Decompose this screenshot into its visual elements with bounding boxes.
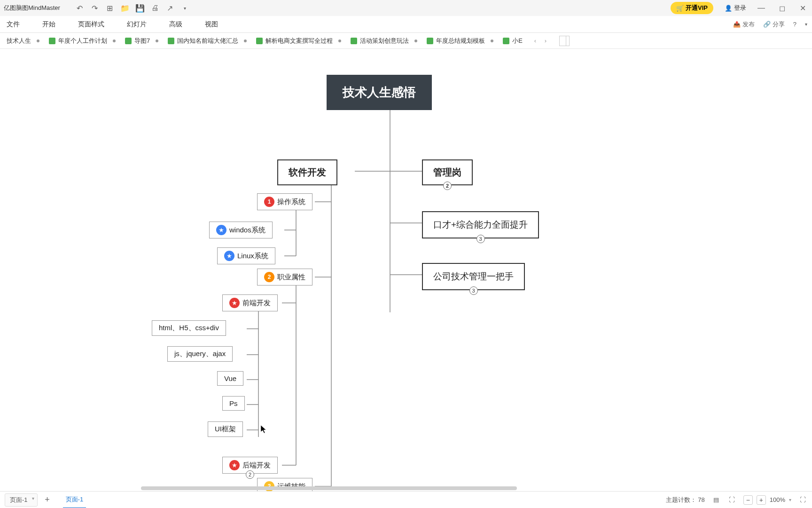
zoom-level: 100% xyxy=(770,496,785,503)
export-icon[interactable]: ↗ xyxy=(165,3,175,13)
redo-icon[interactable]: ↷ xyxy=(90,3,100,13)
menu-view[interactable]: 视图 xyxy=(203,17,220,32)
node-career[interactable]: 2 职业属性 xyxy=(257,269,312,286)
menu-file[interactable]: 文件 xyxy=(5,17,22,32)
menu-advanced[interactable]: 高级 xyxy=(167,17,184,32)
tab-1[interactable]: 年度个人工作计划 xyxy=(44,33,120,48)
canvas[interactable]: 技术人生感悟 软件开发 管理岗 2 口才+综合能力全面提升 3 公司技术管理一把… xyxy=(0,49,812,491)
doc-icon xyxy=(125,38,132,44)
node-os[interactable]: 1 操作系统 xyxy=(257,193,312,210)
star-badge-icon xyxy=(229,460,240,470)
tab-6[interactable]: 年度总结规划模板 xyxy=(422,33,498,48)
app-title: 亿图脑图MindMaster xyxy=(4,4,60,12)
star-badge-icon xyxy=(216,225,226,235)
publish-button[interactable]: 📤 发布 xyxy=(733,20,755,29)
topic-count-label: 主题计数： 78 xyxy=(666,496,705,504)
number-2-badge-icon: 2 xyxy=(264,272,274,282)
login-button[interactable]: 👤 登录 xyxy=(725,4,746,12)
title-bar: 亿图脑图MindMaster ↶ ↷ ⊞ 📁 💾 🖨 ↗ ▾ 🛒 开通VIP 👤… xyxy=(0,0,812,16)
menu-slides[interactable]: 幻灯片 xyxy=(125,17,148,32)
doc-icon xyxy=(427,38,433,44)
chevron-down-icon[interactable]: ▾ xyxy=(789,497,791,502)
print-icon[interactable]: 🖨 xyxy=(150,3,160,13)
node-backend[interactable]: 后端开发 2 xyxy=(222,457,278,474)
doc-icon xyxy=(351,38,357,44)
page-select[interactable]: 页面-1 xyxy=(5,493,38,507)
tab-next-icon[interactable]: › xyxy=(541,37,550,45)
node-eloquence[interactable]: 口才+综合能力全面提升 3 xyxy=(422,211,539,238)
modified-dot-icon xyxy=(244,40,247,42)
undo-icon[interactable]: ↶ xyxy=(75,3,85,13)
outline-icon[interactable]: ▤ xyxy=(711,495,721,505)
count-badge: 2 xyxy=(246,470,254,479)
tab-3[interactable]: 国内知名前端大佬汇总 xyxy=(163,33,251,48)
add-page-button[interactable]: + xyxy=(42,495,53,505)
chevron-down-icon[interactable]: ▾ xyxy=(805,22,807,27)
menu-right: 📤 发布 🔗 分享 ? ▾ xyxy=(733,20,807,29)
cart-icon: 🛒 xyxy=(676,5,684,12)
maximize-icon[interactable]: ◻ xyxy=(776,2,788,14)
count-badge: 3 xyxy=(476,235,485,243)
modified-dot-icon xyxy=(338,40,341,42)
minimize-icon[interactable]: — xyxy=(756,2,767,14)
save-icon[interactable]: 💾 xyxy=(135,3,145,13)
help-icon[interactable]: ? xyxy=(793,21,796,28)
zoom-out-button[interactable]: − xyxy=(743,495,753,505)
tab-prev-icon[interactable]: ‹ xyxy=(531,37,539,45)
zoom-controls: − + 100% ▾ xyxy=(743,495,791,505)
new-file-icon[interactable]: ⊞ xyxy=(105,3,115,13)
doc-icon xyxy=(49,38,55,44)
login-label: 登录 xyxy=(734,4,746,12)
tab-4[interactable]: 解析电商文案撰写全过程 xyxy=(251,33,346,48)
node-ps[interactable]: Ps xyxy=(222,396,245,411)
tab-nav: ‹ › xyxy=(527,37,554,45)
tab-0[interactable]: 技术人生 xyxy=(2,33,44,48)
horizontal-scrollbar[interactable] xyxy=(141,486,517,490)
close-icon[interactable]: ✕ xyxy=(797,2,808,14)
vip-label: 开通VIP xyxy=(686,4,708,12)
mindmap-root[interactable]: 技术人生感悟 xyxy=(327,75,432,110)
node-linux[interactable]: Linux系统 xyxy=(217,247,275,264)
count-badge: 3 xyxy=(469,286,478,295)
node-vue[interactable]: Vue xyxy=(217,371,243,386)
modified-dot-icon xyxy=(414,40,417,42)
fit-icon[interactable]: ⛶ xyxy=(727,495,737,505)
node-ui-framework[interactable]: UI框架 xyxy=(208,421,243,437)
user-icon: 👤 xyxy=(725,5,732,12)
cursor-icon xyxy=(261,425,266,434)
zoom-in-button[interactable]: + xyxy=(757,495,766,505)
modified-dot-icon xyxy=(491,40,493,42)
open-folder-icon[interactable]: 📁 xyxy=(120,3,130,13)
menu-page-style[interactable]: 页面样式 xyxy=(76,17,106,32)
modified-dot-icon xyxy=(156,40,158,42)
tab-5[interactable]: 活动策划创意玩法 xyxy=(346,33,422,48)
node-windows[interactable]: windos系统 xyxy=(209,222,273,238)
status-bar: 页面-1 + 页面-1 主题计数： 78 ▤ ⛶ − + 100% ▾ ⛶ xyxy=(0,491,812,508)
page-tab[interactable]: 页面-1 xyxy=(63,492,86,508)
node-management[interactable]: 管理岗 2 xyxy=(422,159,473,185)
node-software-dev[interactable]: 软件开发 xyxy=(277,159,337,185)
modified-dot-icon xyxy=(113,40,116,42)
share-button[interactable]: 🔗 分享 xyxy=(763,20,785,29)
number-1-badge-icon: 1 xyxy=(264,197,274,207)
share-icon: 🔗 xyxy=(763,21,771,28)
vip-button[interactable]: 🛒 开通VIP xyxy=(671,2,713,14)
doc-icon xyxy=(503,38,509,44)
star-badge-icon xyxy=(229,298,240,308)
modified-dot-icon xyxy=(37,40,39,42)
menu-start[interactable]: 开始 xyxy=(40,17,57,32)
node-frontend[interactable]: 前端开发 xyxy=(222,294,278,311)
fullscreen-icon[interactable]: ⛶ xyxy=(798,495,807,505)
tab-2[interactable]: 导图7 xyxy=(120,33,163,48)
panel-toggle-icon[interactable] xyxy=(559,36,570,46)
dropdown-icon[interactable]: ▾ xyxy=(180,3,190,13)
doc-icon xyxy=(256,38,263,44)
node-tech-lead[interactable]: 公司技术管理一把手 3 xyxy=(422,263,525,290)
tab-7[interactable]: 小E xyxy=(498,33,527,48)
menu-bar: 文件 开始 页面样式 幻灯片 高级 视图 📤 发布 🔗 分享 ? ▾ xyxy=(0,16,812,33)
count-badge: 2 xyxy=(443,182,452,190)
star-badge-icon xyxy=(224,251,234,261)
node-html[interactable]: html、H5、css+div xyxy=(152,320,226,336)
node-js[interactable]: js、jquery、ajax xyxy=(167,346,233,362)
doc-icon xyxy=(168,38,174,44)
